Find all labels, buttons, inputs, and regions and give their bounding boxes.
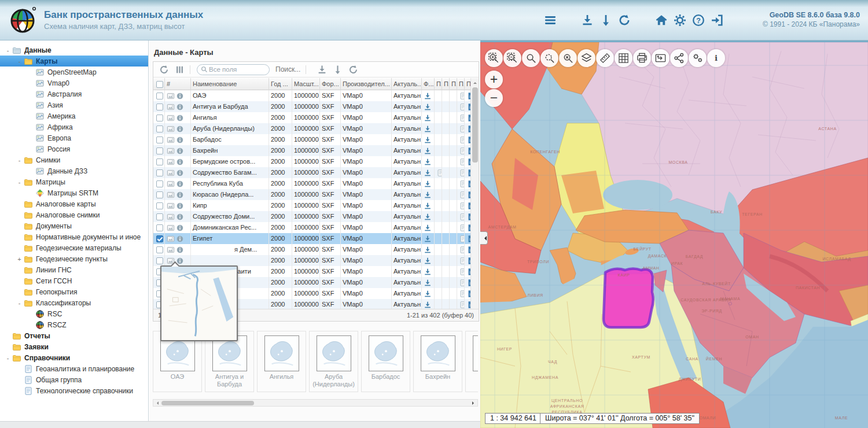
sidebar-item-америка[interactable]: Америка bbox=[0, 110, 148, 121]
panel-collapse-handle[interactable] bbox=[480, 231, 488, 245]
col-header-Фор...[interactable]: Фор... bbox=[320, 78, 341, 90]
table-row[interactable]: Содружество Доми...20001000000SXFVMap0Ак… bbox=[153, 211, 471, 222]
thumbnail-Аруба (Нидерланды)[interactable]: Аруба (Нидерланды) bbox=[309, 331, 358, 392]
thumbnail-Барбадос[interactable]: Барбадос bbox=[361, 331, 410, 392]
home-icon[interactable] bbox=[655, 14, 668, 27]
row-checkbox[interactable] bbox=[156, 246, 163, 253]
row-checkbox[interactable] bbox=[156, 104, 163, 110]
scroll-right-icon[interactable] bbox=[470, 400, 477, 406]
tree-expander[interactable]: - bbox=[16, 157, 23, 164]
columns-icon[interactable] bbox=[175, 65, 185, 75]
tree-expander[interactable]: - bbox=[16, 58, 23, 65]
tree-expander[interactable]: - bbox=[5, 355, 11, 361]
download-icon[interactable] bbox=[581, 14, 594, 27]
table-row[interactable]: Содружество Багам...20001000000SXFVMap0А… bbox=[153, 167, 471, 178]
col-header-#[interactable]: # bbox=[165, 78, 191, 90]
table-row[interactable]: ОАЭ20001000000SXFVMap0Актуальн... bbox=[153, 90, 471, 101]
sidebar-item-заявки[interactable]: Заявки bbox=[0, 341, 148, 352]
sidebar-item-справочники[interactable]: -Справочники bbox=[0, 352, 148, 363]
table-row[interactable]: Ангилья20001000000SXFVMap0Актуальн... bbox=[153, 112, 471, 123]
sidebar-item-снимки[interactable]: -Снимки bbox=[0, 154, 148, 165]
sidebar-item-rscz[interactable]: RSCZ bbox=[0, 319, 148, 330]
scroll-left-icon[interactable] bbox=[153, 400, 161, 406]
arrow-down-icon[interactable] bbox=[599, 14, 612, 27]
scroll-thumb[interactable] bbox=[161, 401, 254, 405]
zoom-in-area-button[interactable] bbox=[485, 49, 503, 67]
row-checkbox[interactable] bbox=[156, 115, 163, 121]
tree-expander[interactable]: + bbox=[16, 256, 23, 263]
tree-expander[interactable]: - bbox=[16, 300, 23, 307]
sidebar-item-геодезические-материалы[interactable]: Геодезические материалы bbox=[0, 242, 148, 253]
row-checkbox[interactable] bbox=[156, 224, 163, 231]
search-button[interactable]: Поиск... bbox=[275, 65, 300, 73]
row-checkbox[interactable] bbox=[156, 257, 163, 264]
grid-button[interactable] bbox=[615, 49, 632, 67]
zoom-select-button[interactable] bbox=[540, 49, 558, 67]
table-row[interactable]: Аруба (Нидерланды)20001000000SXFVMap0Акт… bbox=[153, 123, 471, 134]
table-row[interactable]: Доминиканская Рес...20001000000SXFVMap0А… bbox=[153, 222, 471, 233]
map-canvas[interactable]: КОПЕНГАГЕНАМСТЕРДАММОСКВААСТАНАБАКУТЕГЕР… bbox=[480, 42, 868, 428]
row-checkbox[interactable] bbox=[156, 202, 163, 209]
refresh-icon[interactable] bbox=[159, 65, 169, 75]
thumbnail-partial[interactable] bbox=[465, 331, 478, 392]
table-row[interactable]: Египет20001000000SXFVMap0Актуальн... bbox=[153, 233, 471, 244]
zoom-cancel-button[interactable] bbox=[559, 49, 577, 67]
sidebar-item-технологические-справочники[interactable]: Технологические справочники bbox=[0, 385, 148, 396]
sidebar-item-сети-гссн[interactable]: Сети ГССН bbox=[0, 275, 148, 286]
col-header-Ф...[interactable]: Ф... bbox=[422, 78, 435, 90]
row-checkbox[interactable] bbox=[156, 158, 163, 165]
header-checkbox[interactable] bbox=[156, 81, 163, 88]
download-icon[interactable] bbox=[317, 65, 327, 75]
sidebar-item-геодезические-пункты[interactable]: +Геодезические пункты bbox=[0, 253, 148, 264]
col-header-П...[interactable]: П... bbox=[457, 78, 465, 90]
settings-button[interactable] bbox=[689, 49, 707, 67]
sidebar-item-openstreetmap[interactable]: OpenStreetMap bbox=[0, 67, 148, 78]
table-row[interactable]: Антигуа и Барбуда20001000000SXFVMap0Акту… bbox=[153, 101, 471, 112]
print-button[interactable] bbox=[633, 49, 651, 67]
col-header-Актуаль...[interactable]: Актуаль... bbox=[392, 78, 422, 90]
table-row[interactable]: я Дем...20001000000SXFVMap0Актуальн... bbox=[153, 244, 471, 255]
sidebar-item-карты[interactable]: -Карты bbox=[0, 56, 148, 67]
row-checkbox[interactable] bbox=[156, 93, 163, 99]
sidebar-item-матрицы[interactable]: -Матрицы bbox=[0, 176, 148, 187]
row-checkbox[interactable] bbox=[156, 169, 163, 176]
col-header-П...[interactable]: П... bbox=[450, 78, 457, 90]
zoom-in-button[interactable]: + bbox=[485, 71, 503, 88]
scroll-thumb[interactable] bbox=[472, 87, 478, 163]
import-icon[interactable] bbox=[333, 65, 343, 75]
refresh-icon[interactable] bbox=[618, 14, 631, 27]
gear-icon[interactable] bbox=[674, 14, 686, 27]
thumbnail-Бахрейн[interactable]: Бахрейн bbox=[413, 331, 462, 392]
info-button[interactable]: i bbox=[707, 49, 725, 67]
sidebar-item-vmap0[interactable]: Vmap0 bbox=[0, 78, 148, 88]
row-checkbox[interactable] bbox=[156, 126, 163, 132]
help-icon[interactable]: ? bbox=[692, 14, 705, 27]
sidebar-item-линии-гнс[interactable]: Линии ГНС bbox=[0, 264, 148, 275]
sidebar-item-аналоговые-карты[interactable]: Аналоговые карты bbox=[0, 198, 148, 209]
row-checkbox[interactable] bbox=[156, 213, 163, 220]
sidebar-item-австралия[interactable]: Австралия bbox=[0, 88, 148, 99]
sidebar-item-африка[interactable]: Африка bbox=[0, 121, 148, 132]
col-header-Наименование[interactable]: Наименование bbox=[191, 78, 269, 90]
tree-expander[interactable]: - bbox=[16, 179, 23, 186]
table-row[interactable]: 20001000000SXFVMap0Актуальн... bbox=[153, 255, 471, 266]
tree-expander[interactable]: - bbox=[5, 47, 11, 54]
row-checkbox[interactable] bbox=[156, 147, 163, 154]
row-checkbox[interactable] bbox=[156, 180, 163, 187]
sidebar-item-классификаторы[interactable]: -Классификаторы bbox=[0, 297, 148, 308]
table-row[interactable]: Кюрасао (Нидерла...20001000000SXFVMap0Ак… bbox=[153, 189, 471, 200]
sidebar-item-данные-дзз[interactable]: Данные ДЗЗ bbox=[0, 165, 148, 176]
row-checkbox[interactable] bbox=[156, 136, 163, 143]
sidebar-item-геопокрытия[interactable]: Геопокрытия bbox=[0, 286, 148, 297]
sidebar-item-общая-группа[interactable]: Общая группа bbox=[0, 374, 148, 385]
sidebar-item-геоаналитика-и-планирование[interactable]: Геоаналитика и планирование bbox=[0, 363, 148, 374]
sidebar-item-европа[interactable]: Европа bbox=[0, 132, 148, 143]
sidebar-item-россия[interactable]: Россия bbox=[0, 143, 148, 154]
sidebar-item-нормативные-документы-и-иное[interactable]: Нормативные документы и иное bbox=[0, 231, 148, 242]
row-checkbox[interactable] bbox=[156, 191, 163, 198]
col-header-Масшт...[interactable]: Масшт... bbox=[292, 78, 320, 90]
sidebar-item-документы[interactable]: Документы bbox=[0, 220, 148, 231]
zoom-out-area-button[interactable] bbox=[503, 49, 521, 67]
sidebar-item-азия[interactable]: Азия bbox=[0, 99, 148, 110]
sidebar-item-матрицы-srtm[interactable]: Матрицы SRTM bbox=[0, 187, 148, 198]
